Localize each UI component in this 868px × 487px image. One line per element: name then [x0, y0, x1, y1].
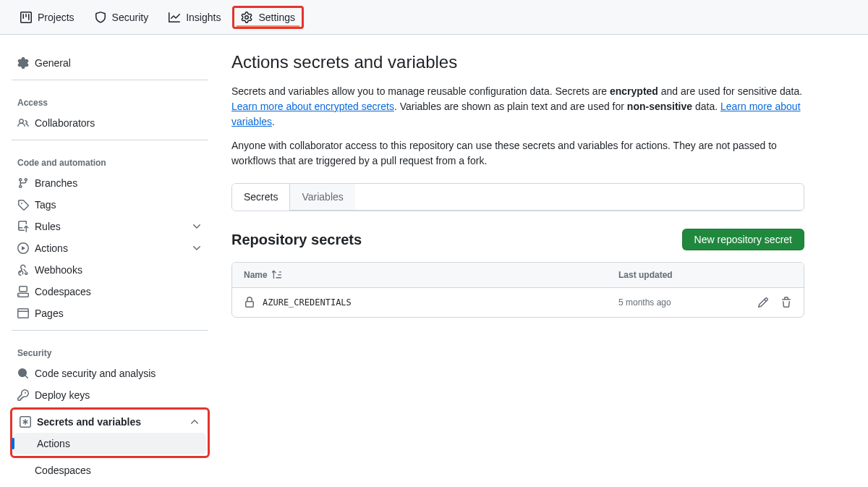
sidebar-collaborators-label: Collaborators	[35, 117, 95, 129]
tab-variables[interactable]: Variables	[290, 184, 354, 211]
repo-push-icon	[17, 221, 29, 232]
sidebar-rules-label: Rules	[35, 221, 61, 232]
sidebar-tags-label: Tags	[35, 199, 56, 211]
nav-security-label: Security	[112, 12, 149, 23]
sidebar-pages[interactable]: Pages	[12, 302, 208, 324]
sidebar-code-security-label: Code security and analysis	[35, 368, 156, 379]
sidebar-secrets-vars[interactable]: Secrets and variables	[14, 411, 206, 433]
git-branch-icon	[17, 177, 29, 189]
sidebar-deploy-keys[interactable]: Deploy keys	[12, 384, 208, 406]
shield-icon	[95, 12, 106, 23]
sidebar-sub-actions[interactable]: Actions	[14, 433, 206, 454]
sidebar-sub-dependabot[interactable]: Dependabot	[12, 481, 208, 487]
tag-icon	[17, 199, 29, 211]
trash-icon[interactable]	[780, 297, 792, 308]
codescan-icon	[17, 368, 29, 379]
sidebar-sub-actions-label: Actions	[37, 438, 70, 449]
section-code: Code and automation	[12, 146, 208, 172]
sidebar-actions-label: Actions	[35, 242, 68, 254]
sidebar-codespaces-label: Codespaces	[35, 286, 91, 297]
sidebar-collaborators[interactable]: Collaborators	[12, 112, 208, 134]
highlight-box: Secrets and variables Actions	[10, 407, 210, 458]
sidebar-general[interactable]: General	[12, 52, 208, 74]
nav-projects[interactable]: Projects	[12, 6, 83, 29]
nav-settings-label: Settings	[258, 12, 295, 23]
webhook-icon	[17, 264, 29, 276]
table-header: Name Last updated	[232, 263, 804, 288]
browser-icon	[17, 308, 29, 319]
sidebar-codespaces[interactable]: Codespaces	[12, 281, 208, 302]
people-icon	[17, 117, 29, 129]
table-row: AZURE_CREDENTIALS 5 months ago	[232, 288, 804, 317]
pencil-icon[interactable]	[757, 297, 769, 308]
sidebar-branches-label: Branches	[35, 177, 77, 189]
nav-settings[interactable]: Settings	[232, 6, 304, 29]
description-1: Secrets and variables allow you to manag…	[231, 84, 804, 130]
section-security: Security	[12, 336, 208, 363]
chevron-up-icon	[189, 416, 200, 428]
secret-name-cell: AZURE_CREDENTIALS	[244, 297, 618, 308]
secrets-table: Name Last updated AZURE_CREDENTIALS 5 mo…	[231, 262, 804, 318]
tabs: Secrets Variables	[231, 183, 804, 211]
th-name[interactable]: Name	[244, 270, 618, 280]
chevron-down-icon	[191, 221, 203, 232]
main-content: Actions secrets and variables Secrets an…	[214, 52, 822, 487]
chevron-down-icon	[191, 242, 203, 254]
secret-name: AZURE_CREDENTIALS	[263, 297, 352, 308]
divider	[12, 140, 208, 140]
gear-icon	[241, 12, 252, 23]
settings-sidebar: General Access Collaborators Code and au…	[0, 52, 214, 487]
sidebar-sub-codespaces[interactable]: Codespaces	[12, 460, 208, 481]
sidebar-tags[interactable]: Tags	[12, 194, 208, 216]
link-encrypted-secrets[interactable]: Learn more about encrypted secrets	[231, 101, 394, 112]
secret-actions	[734, 297, 792, 308]
sidebar-general-label: General	[35, 57, 71, 69]
sidebar-code-security[interactable]: Code security and analysis	[12, 363, 208, 384]
repo-secrets-title: Repository secrets	[231, 232, 362, 248]
divider	[12, 330, 208, 331]
page-title: Actions secrets and variables	[231, 52, 804, 72]
nav-security[interactable]: Security	[86, 6, 158, 29]
sidebar-sub-codespaces-label: Codespaces	[35, 465, 91, 476]
sidebar-webhooks-label: Webhooks	[35, 264, 82, 276]
sidebar-secrets-vars-label: Secrets and variables	[37, 416, 141, 428]
secret-updated: 5 months ago	[618, 297, 734, 308]
sidebar-rules[interactable]: Rules	[12, 216, 208, 237]
th-updated: Last updated	[618, 270, 734, 280]
nav-projects-label: Projects	[38, 12, 75, 23]
projects-icon	[20, 12, 32, 23]
sidebar-webhooks[interactable]: Webhooks	[12, 259, 208, 281]
divider	[12, 80, 208, 80]
top-navigation: Projects Security Insights Settings	[0, 0, 868, 35]
nav-insights-label: Insights	[186, 12, 221, 23]
section-access: Access	[12, 86, 208, 112]
description-2: Anyone with collaborator access to this …	[231, 138, 804, 169]
key-asterisk-icon	[20, 416, 31, 428]
sidebar-deploy-keys-label: Deploy keys	[35, 389, 90, 401]
sidebar-branches[interactable]: Branches	[12, 172, 208, 194]
sidebar-pages-label: Pages	[35, 308, 64, 319]
play-circle-icon	[17, 242, 29, 254]
nav-insights[interactable]: Insights	[160, 6, 229, 29]
lock-icon	[244, 297, 255, 308]
codespaces-icon	[17, 286, 29, 297]
key-icon	[17, 389, 29, 401]
graph-icon	[169, 12, 180, 23]
sort-icon	[272, 270, 282, 280]
tab-secrets[interactable]: Secrets	[232, 184, 290, 211]
new-repository-secret-button[interactable]: New repository secret	[682, 229, 804, 250]
gear-icon	[17, 57, 29, 69]
repo-secrets-header: Repository secrets New repository secret	[231, 229, 804, 250]
sidebar-actions[interactable]: Actions	[12, 237, 208, 259]
